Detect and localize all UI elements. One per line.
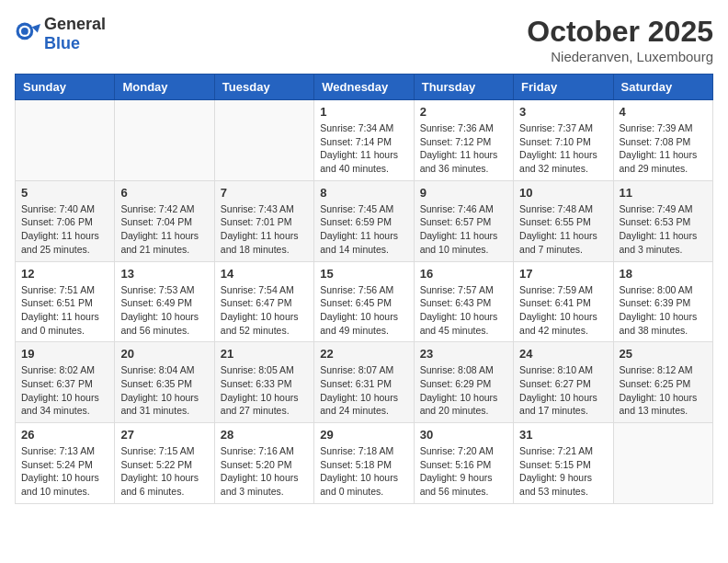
logo-icon bbox=[15, 21, 40, 47]
day-number: 25 bbox=[620, 347, 707, 361]
day-number: 2 bbox=[420, 105, 507, 119]
empty-cell bbox=[115, 100, 214, 181]
day-number: 24 bbox=[519, 347, 607, 361]
logo: General Blue bbox=[15, 15, 106, 53]
day-cell-21: 21Sunrise: 8:05 AM Sunset: 6:33 PM Dayli… bbox=[214, 342, 313, 423]
location-title: Niederanven, Luxembourg bbox=[527, 49, 713, 64]
weekday-header-thursday: Thursday bbox=[414, 75, 513, 100]
day-cell-18: 18Sunrise: 8:00 AM Sunset: 6:39 PM Dayli… bbox=[613, 261, 712, 342]
day-info: Sunrise: 7:36 AM Sunset: 7:12 PM Dayligh… bbox=[420, 121, 507, 176]
day-number: 13 bbox=[120, 267, 208, 281]
weekday-header-wednesday: Wednesday bbox=[314, 75, 414, 100]
day-info: Sunrise: 7:16 AM Sunset: 5:20 PM Dayligh… bbox=[221, 444, 308, 499]
day-info: Sunrise: 7:53 AM Sunset: 6:49 PM Dayligh… bbox=[120, 283, 208, 338]
day-number: 1 bbox=[320, 105, 407, 119]
day-number: 5 bbox=[21, 186, 108, 200]
day-cell-13: 13Sunrise: 7:53 AM Sunset: 6:49 PM Dayli… bbox=[115, 261, 214, 342]
day-cell-25: 25Sunrise: 8:12 AM Sunset: 6:25 PM Dayli… bbox=[613, 342, 712, 423]
day-cell-17: 17Sunrise: 7:59 AM Sunset: 6:41 PM Dayli… bbox=[514, 261, 613, 342]
day-info: Sunrise: 8:05 AM Sunset: 6:33 PM Dayligh… bbox=[221, 363, 308, 418]
day-info: Sunrise: 7:20 AM Sunset: 5:16 PM Dayligh… bbox=[420, 444, 507, 499]
day-info: Sunrise: 7:49 AM Sunset: 6:53 PM Dayligh… bbox=[620, 202, 707, 257]
day-cell-7: 7Sunrise: 7:43 AM Sunset: 7:01 PM Daylig… bbox=[214, 180, 313, 261]
week-row-5: 26Sunrise: 7:13 AM Sunset: 5:24 PM Dayli… bbox=[16, 423, 713, 504]
weekday-header-tuesday: Tuesday bbox=[214, 75, 313, 100]
day-number: 16 bbox=[420, 267, 507, 281]
day-cell-11: 11Sunrise: 7:49 AM Sunset: 6:53 PM Dayli… bbox=[613, 180, 712, 261]
day-info: Sunrise: 7:59 AM Sunset: 6:41 PM Dayligh… bbox=[519, 283, 607, 338]
title-area: October 2025 Niederanven, Luxembourg bbox=[527, 15, 713, 64]
day-cell-4: 4Sunrise: 7:39 AM Sunset: 7:08 PM Daylig… bbox=[613, 100, 712, 181]
day-cell-2: 2Sunrise: 7:36 AM Sunset: 7:12 PM Daylig… bbox=[414, 100, 513, 181]
day-cell-26: 26Sunrise: 7:13 AM Sunset: 5:24 PM Dayli… bbox=[16, 423, 115, 504]
day-info: Sunrise: 8:10 AM Sunset: 6:27 PM Dayligh… bbox=[519, 363, 607, 418]
day-info: Sunrise: 7:15 AM Sunset: 5:22 PM Dayligh… bbox=[120, 444, 208, 499]
day-cell-8: 8Sunrise: 7:45 AM Sunset: 6:59 PM Daylig… bbox=[314, 180, 414, 261]
day-number: 23 bbox=[420, 347, 507, 361]
day-number: 8 bbox=[320, 186, 407, 200]
day-number: 26 bbox=[21, 428, 108, 442]
month-title: October 2025 bbox=[527, 15, 713, 49]
empty-cell bbox=[214, 100, 313, 181]
day-info: Sunrise: 7:45 AM Sunset: 6:59 PM Dayligh… bbox=[320, 202, 407, 257]
day-number: 9 bbox=[420, 186, 507, 200]
day-info: Sunrise: 8:02 AM Sunset: 6:37 PM Dayligh… bbox=[21, 363, 108, 418]
day-number: 17 bbox=[519, 267, 607, 281]
day-info: Sunrise: 7:39 AM Sunset: 7:08 PM Dayligh… bbox=[620, 121, 707, 176]
day-info: Sunrise: 8:00 AM Sunset: 6:39 PM Dayligh… bbox=[620, 283, 707, 338]
day-info: Sunrise: 8:12 AM Sunset: 6:25 PM Dayligh… bbox=[620, 363, 707, 418]
day-cell-30: 30Sunrise: 7:20 AM Sunset: 5:16 PM Dayli… bbox=[414, 423, 513, 504]
empty-cell bbox=[16, 100, 115, 181]
calendar-table: SundayMondayTuesdayWednesdayThursdayFrid… bbox=[15, 74, 713, 504]
day-info: Sunrise: 7:48 AM Sunset: 6:55 PM Dayligh… bbox=[519, 202, 607, 257]
day-info: Sunrise: 7:34 AM Sunset: 7:14 PM Dayligh… bbox=[320, 121, 407, 176]
day-number: 22 bbox=[320, 347, 407, 361]
day-cell-23: 23Sunrise: 8:08 AM Sunset: 6:29 PM Dayli… bbox=[414, 342, 513, 423]
day-cell-3: 3Sunrise: 7:37 AM Sunset: 7:10 PM Daylig… bbox=[514, 100, 613, 181]
day-number: 6 bbox=[120, 186, 208, 200]
day-cell-12: 12Sunrise: 7:51 AM Sunset: 6:51 PM Dayli… bbox=[16, 261, 115, 342]
day-number: 14 bbox=[221, 267, 308, 281]
day-info: Sunrise: 7:42 AM Sunset: 7:04 PM Dayligh… bbox=[120, 202, 208, 257]
day-number: 27 bbox=[120, 428, 208, 442]
day-cell-19: 19Sunrise: 8:02 AM Sunset: 6:37 PM Dayli… bbox=[16, 342, 115, 423]
weekday-header-monday: Monday bbox=[115, 75, 214, 100]
day-cell-10: 10Sunrise: 7:48 AM Sunset: 6:55 PM Dayli… bbox=[514, 180, 613, 261]
day-cell-14: 14Sunrise: 7:54 AM Sunset: 6:47 PM Dayli… bbox=[214, 261, 313, 342]
week-row-1: 1Sunrise: 7:34 AM Sunset: 7:14 PM Daylig… bbox=[16, 100, 713, 181]
day-cell-6: 6Sunrise: 7:42 AM Sunset: 7:04 PM Daylig… bbox=[115, 180, 214, 261]
day-number: 15 bbox=[320, 267, 407, 281]
day-info: Sunrise: 7:51 AM Sunset: 6:51 PM Dayligh… bbox=[21, 283, 108, 338]
day-number: 4 bbox=[620, 105, 707, 119]
day-info: Sunrise: 8:08 AM Sunset: 6:29 PM Dayligh… bbox=[420, 363, 507, 418]
day-cell-20: 20Sunrise: 8:04 AM Sunset: 6:35 PM Dayli… bbox=[115, 342, 214, 423]
day-info: Sunrise: 7:21 AM Sunset: 5:15 PM Dayligh… bbox=[519, 444, 607, 499]
day-number: 3 bbox=[519, 105, 607, 119]
day-number: 12 bbox=[21, 267, 108, 281]
day-cell-28: 28Sunrise: 7:16 AM Sunset: 5:20 PM Dayli… bbox=[214, 423, 313, 504]
day-number: 20 bbox=[120, 347, 208, 361]
day-number: 7 bbox=[221, 186, 308, 200]
page-header: General Blue October 2025 Niederanven, L… bbox=[15, 15, 713, 64]
day-cell-24: 24Sunrise: 8:10 AM Sunset: 6:27 PM Dayli… bbox=[514, 342, 613, 423]
empty-cell bbox=[613, 423, 712, 504]
weekday-header-friday: Friday bbox=[514, 75, 613, 100]
day-info: Sunrise: 7:46 AM Sunset: 6:57 PM Dayligh… bbox=[420, 202, 507, 257]
day-cell-5: 5Sunrise: 7:40 AM Sunset: 7:06 PM Daylig… bbox=[16, 180, 115, 261]
day-cell-27: 27Sunrise: 7:15 AM Sunset: 5:22 PM Dayli… bbox=[115, 423, 214, 504]
day-info: Sunrise: 7:40 AM Sunset: 7:06 PM Dayligh… bbox=[21, 202, 108, 257]
day-cell-29: 29Sunrise: 7:18 AM Sunset: 5:18 PM Dayli… bbox=[314, 423, 414, 504]
day-number: 30 bbox=[420, 428, 507, 442]
day-number: 21 bbox=[221, 347, 308, 361]
day-info: Sunrise: 7:54 AM Sunset: 6:47 PM Dayligh… bbox=[221, 283, 308, 338]
day-info: Sunrise: 8:07 AM Sunset: 6:31 PM Dayligh… bbox=[320, 363, 407, 418]
day-info: Sunrise: 7:57 AM Sunset: 6:43 PM Dayligh… bbox=[420, 283, 507, 338]
week-row-3: 12Sunrise: 7:51 AM Sunset: 6:51 PM Dayli… bbox=[16, 261, 713, 342]
logo-text: General Blue bbox=[44, 15, 106, 53]
day-info: Sunrise: 7:13 AM Sunset: 5:24 PM Dayligh… bbox=[21, 444, 108, 499]
day-number: 19 bbox=[21, 347, 108, 361]
day-number: 29 bbox=[320, 428, 407, 442]
logo-blue: Blue bbox=[44, 34, 80, 52]
logo-general: General bbox=[44, 15, 106, 33]
week-row-4: 19Sunrise: 8:02 AM Sunset: 6:37 PM Dayli… bbox=[16, 342, 713, 423]
